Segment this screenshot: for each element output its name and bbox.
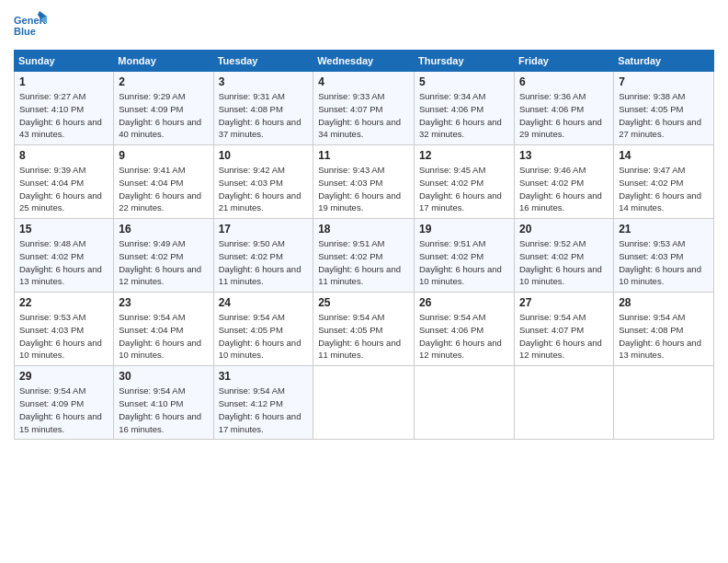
calendar-day-24: 24Sunrise: 9:54 AMSunset: 4:05 PMDayligh… [213,293,313,366]
day-number: 14 [619,149,709,162]
day-info: Sunrise: 9:47 AMSunset: 4:02 PMDaylight:… [619,165,701,213]
day-info: Sunrise: 9:54 AMSunset: 4:07 PMDaylight:… [519,312,602,360]
calendar-day-29: 29Sunrise: 9:54 AMSunset: 4:09 PMDayligh… [15,366,114,440]
calendar-week-5: 29Sunrise: 9:54 AMSunset: 4:09 PMDayligh… [15,366,714,440]
day-info: Sunrise: 9:42 AMSunset: 4:03 PMDaylight:… [219,165,301,213]
calendar-day-2: 2Sunrise: 9:29 AMSunset: 4:09 PMDaylight… [114,72,213,145]
day-number: 19 [419,223,509,236]
day-info: Sunrise: 9:34 AMSunset: 4:06 PMDaylight:… [419,91,502,139]
day-number: 23 [119,296,208,309]
day-info: Sunrise: 9:31 AMSunset: 4:08 PMDaylight:… [219,91,301,139]
calendar-day-15: 15Sunrise: 9:48 AMSunset: 4:02 PMDayligh… [15,219,114,293]
calendar-day-27: 27Sunrise: 9:54 AMSunset: 4:07 PMDayligh… [514,293,613,366]
day-number: 26 [419,296,509,309]
calendar-day-6: 6Sunrise: 9:36 AMSunset: 4:06 PMDaylight… [514,72,613,145]
day-number: 30 [119,370,208,383]
calendar-day-10: 10Sunrise: 9:42 AMSunset: 4:03 PMDayligh… [213,145,313,219]
calendar-day-12: 12Sunrise: 9:45 AMSunset: 4:02 PMDayligh… [415,145,515,219]
weekday-header-tuesday: Tuesday [213,51,313,72]
calendar-day-16: 16Sunrise: 9:49 AMSunset: 4:02 PMDayligh… [114,219,213,293]
calendar-day-8: 8Sunrise: 9:39 AMSunset: 4:04 PMDaylight… [15,145,114,219]
calendar-empty-cell [313,366,415,440]
calendar-week-2: 8Sunrise: 9:39 AMSunset: 4:04 PMDaylight… [15,145,714,219]
calendar-day-9: 9Sunrise: 9:41 AMSunset: 4:04 PMDaylight… [114,145,213,219]
weekday-header-wednesday: Wednesday [313,51,415,72]
day-number: 18 [318,223,409,236]
weekday-header-saturday: Saturday [614,51,714,72]
svg-text:Blue: Blue [14,26,36,37]
calendar-page: General Blue SundayMondayTuesdayWednesda… [0,0,728,563]
day-info: Sunrise: 9:53 AMSunset: 4:03 PMDaylight:… [619,238,701,286]
day-info: Sunrise: 9:54 AMSunset: 4:06 PMDaylight:… [419,312,502,360]
calendar-week-3: 15Sunrise: 9:48 AMSunset: 4:02 PMDayligh… [15,219,714,293]
day-info: Sunrise: 9:39 AMSunset: 4:04 PMDaylight:… [19,165,102,213]
day-number: 20 [519,223,609,236]
day-number: 1 [19,75,108,88]
calendar-day-30: 30Sunrise: 9:54 AMSunset: 4:10 PMDayligh… [114,366,213,440]
calendar-day-5: 5Sunrise: 9:34 AMSunset: 4:06 PMDaylight… [415,72,515,145]
day-info: Sunrise: 9:54 AMSunset: 4:08 PMDaylight:… [619,312,701,360]
day-info: Sunrise: 9:51 AMSunset: 4:02 PMDaylight:… [419,238,502,286]
day-info: Sunrise: 9:33 AMSunset: 4:07 PMDaylight:… [318,91,401,139]
calendar-week-1: 1Sunrise: 9:27 AMSunset: 4:10 PMDaylight… [15,72,714,145]
day-info: Sunrise: 9:41 AMSunset: 4:04 PMDaylight:… [119,165,201,213]
day-number: 27 [519,296,609,309]
day-number: 7 [619,75,709,88]
day-info: Sunrise: 9:54 AMSunset: 4:10 PMDaylight:… [119,385,201,433]
day-number: 17 [219,223,309,236]
calendar-empty-cell [415,366,515,440]
logo: General Blue [14,9,47,42]
calendar-day-18: 18Sunrise: 9:51 AMSunset: 4:02 PMDayligh… [313,219,415,293]
day-number: 25 [318,296,409,309]
day-number: 16 [119,223,208,236]
day-number: 13 [519,149,609,162]
day-number: 6 [519,75,609,88]
day-number: 22 [19,296,108,309]
calendar-day-7: 7Sunrise: 9:38 AMSunset: 4:05 PMDaylight… [614,72,714,145]
day-number: 11 [318,149,409,162]
weekday-header-thursday: Thursday [415,51,515,72]
calendar-day-1: 1Sunrise: 9:27 AMSunset: 4:10 PMDaylight… [15,72,114,145]
day-info: Sunrise: 9:45 AMSunset: 4:02 PMDaylight:… [419,165,502,213]
calendar-week-4: 22Sunrise: 9:53 AMSunset: 4:03 PMDayligh… [15,293,714,366]
calendar-empty-cell [514,366,613,440]
day-number: 3 [219,75,309,88]
day-info: Sunrise: 9:54 AMSunset: 4:04 PMDaylight:… [119,312,201,360]
calendar-day-21: 21Sunrise: 9:53 AMSunset: 4:03 PMDayligh… [614,219,714,293]
day-number: 28 [619,296,709,309]
calendar-header-row: SundayMondayTuesdayWednesdayThursdayFrid… [15,51,714,72]
logo-icon: General Blue [14,9,47,42]
day-number: 10 [219,149,309,162]
day-number: 21 [619,223,709,236]
calendar-day-26: 26Sunrise: 9:54 AMSunset: 4:06 PMDayligh… [415,293,515,366]
day-number: 8 [19,149,108,162]
day-info: Sunrise: 9:54 AMSunset: 4:09 PMDaylight:… [19,385,102,433]
calendar-day-20: 20Sunrise: 9:52 AMSunset: 4:02 PMDayligh… [514,219,613,293]
weekday-header-friday: Friday [514,51,613,72]
day-number: 24 [219,296,309,309]
day-info: Sunrise: 9:29 AMSunset: 4:09 PMDaylight:… [119,91,201,139]
calendar-day-14: 14Sunrise: 9:47 AMSunset: 4:02 PMDayligh… [614,145,714,219]
calendar-day-17: 17Sunrise: 9:50 AMSunset: 4:02 PMDayligh… [213,219,313,293]
day-info: Sunrise: 9:43 AMSunset: 4:03 PMDaylight:… [318,165,401,213]
day-info: Sunrise: 9:54 AMSunset: 4:12 PMDaylight:… [219,385,301,433]
calendar-day-28: 28Sunrise: 9:54 AMSunset: 4:08 PMDayligh… [614,293,714,366]
calendar-day-23: 23Sunrise: 9:54 AMSunset: 4:04 PMDayligh… [114,293,213,366]
day-info: Sunrise: 9:27 AMSunset: 4:10 PMDaylight:… [19,91,102,139]
day-info: Sunrise: 9:52 AMSunset: 4:02 PMDaylight:… [519,238,602,286]
calendar-day-22: 22Sunrise: 9:53 AMSunset: 4:03 PMDayligh… [15,293,114,366]
calendar-day-13: 13Sunrise: 9:46 AMSunset: 4:02 PMDayligh… [514,145,613,219]
calendar-table: SundayMondayTuesdayWednesdayThursdayFrid… [14,50,714,440]
day-info: Sunrise: 9:49 AMSunset: 4:02 PMDaylight:… [119,238,201,286]
day-number: 31 [219,370,309,383]
day-info: Sunrise: 9:50 AMSunset: 4:02 PMDaylight:… [219,238,301,286]
day-number: 5 [419,75,509,88]
day-info: Sunrise: 9:36 AMSunset: 4:06 PMDaylight:… [519,91,602,139]
day-info: Sunrise: 9:48 AMSunset: 4:02 PMDaylight:… [19,238,102,286]
calendar-day-31: 31Sunrise: 9:54 AMSunset: 4:12 PMDayligh… [213,366,313,440]
day-number: 12 [419,149,509,162]
calendar-day-19: 19Sunrise: 9:51 AMSunset: 4:02 PMDayligh… [415,219,515,293]
calendar-body: 1Sunrise: 9:27 AMSunset: 4:10 PMDaylight… [15,72,714,440]
calendar-day-3: 3Sunrise: 9:31 AMSunset: 4:08 PMDaylight… [213,72,313,145]
calendar-day-4: 4Sunrise: 9:33 AMSunset: 4:07 PMDaylight… [313,72,415,145]
